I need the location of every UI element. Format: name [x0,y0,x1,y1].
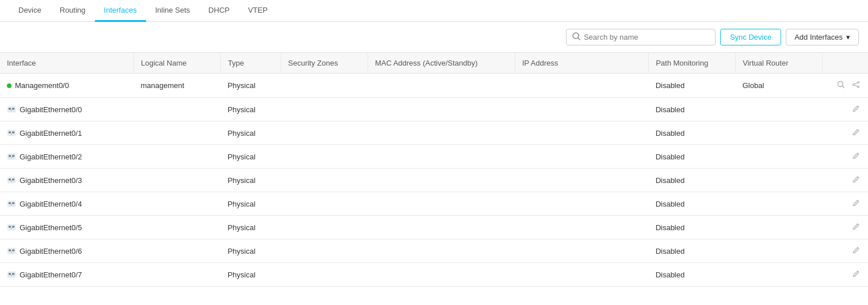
svg-rect-30 [9,226,11,228]
tab-routing[interactable]: Routing [51,0,95,22]
table-row: GigabitEthernet0/2 Physical Disabled [0,145,868,169]
cell-ip [515,145,649,169]
cell-ip [515,192,649,216]
cell-path: Disabled [649,98,736,121]
edit-action-icon[interactable] [851,222,861,233]
svg-point-5 [858,86,859,88]
cell-actions [823,263,868,287]
cell-security [281,192,368,216]
cell-mac [368,239,515,263]
cell-type: Physical [221,74,281,98]
svg-rect-19 [12,155,14,157]
cell-vrouter [736,263,823,287]
cell-type: Physical [221,145,281,169]
cell-interface: GigabitEthernet0/0 [0,98,134,121]
cell-security [281,121,368,145]
cell-path: Disabled [649,121,736,145]
cell-security [281,145,368,169]
cell-ip [515,169,649,192]
svg-rect-14 [9,132,11,134]
col-header-security: Security Zones [281,53,368,74]
cell-path: Disabled [649,239,736,263]
cell-actions [823,121,868,145]
edit-action-icon[interactable] [851,174,861,186]
interface-name: GigabitEthernet0/3 [20,176,82,185]
cell-ip [515,216,649,239]
edit-action-icon[interactable] [851,127,861,139]
interface-name: GigabitEthernet0/7 [20,270,82,279]
interfaces-table: Interface Logical Name Type Security Zon… [0,52,868,287]
cell-mac [368,216,515,239]
cell-logical [134,239,221,263]
interface-icon [7,128,16,138]
cell-type: Physical [221,263,281,287]
edit-action-icon[interactable] [851,104,861,115]
cell-actions [823,192,868,216]
interface-icon [7,152,16,161]
tab-dhcp[interactable]: DHCP [199,0,239,22]
edit-action-icon[interactable] [851,198,861,209]
cell-security [281,169,368,192]
cell-logical: management [134,74,221,98]
cell-vrouter [736,145,823,169]
edit-action-icon[interactable] [851,151,861,162]
col-header-vrouter: Virtual Router [736,53,823,74]
cell-mac [368,192,515,216]
svg-rect-11 [12,108,14,110]
tab-vtep[interactable]: VTEP [239,0,277,22]
cell-ip [515,239,649,263]
cell-interface: GigabitEthernet0/1 [0,121,134,145]
svg-rect-34 [9,250,11,251]
cell-interface: GigabitEthernet0/6 [0,239,134,263]
interface-name: GigabitEthernet0/2 [20,152,82,161]
svg-line-1 [578,38,580,40]
col-header-type: Type [221,53,281,74]
cell-type: Physical [221,216,281,239]
interface-icon [7,105,16,114]
col-header-path: Path Monitoring [649,53,736,74]
interface-name: GigabitEthernet0/5 [20,223,82,232]
interface-icon [7,223,16,232]
tab-device[interactable]: Device [9,0,51,22]
search-box[interactable] [566,29,716,45]
cell-interface: GigabitEthernet0/5 [0,216,134,239]
col-header-ip: IP Address [515,53,649,74]
cell-type: Physical [221,169,281,192]
cell-security [281,216,368,239]
cell-security [281,98,368,121]
interface-icon [7,246,16,256]
interface-icon [7,270,16,279]
cell-security [281,263,368,287]
cell-logical [134,263,221,287]
table-row: GigabitEthernet0/6 Physical Disabled [0,239,868,263]
cell-security [281,74,368,98]
add-interfaces-button[interactable]: Add Interfaces ▾ [786,29,859,45]
cell-ip [515,74,649,98]
interface-name: Management0/0 [15,81,69,90]
cell-logical [134,145,221,169]
col-header-logical: Logical Name [134,53,221,74]
edit-action-icon[interactable] [851,245,861,257]
svg-rect-31 [12,226,14,228]
table-row: GigabitEthernet0/5 Physical Disabled [0,216,868,239]
svg-rect-23 [12,179,14,181]
edit-action-icon[interactable] [851,269,861,280]
search-icon [572,32,580,42]
cell-path: Disabled [649,192,736,216]
search-action-icon[interactable] [836,79,846,92]
svg-rect-15 [12,132,14,134]
search-input[interactable] [584,33,709,41]
cell-ip [515,263,649,287]
share-action-icon[interactable] [851,79,861,92]
table-row: GigabitEthernet0/1 Physical Disabled [0,121,868,145]
sync-device-button[interactable]: Sync Device [720,29,781,45]
svg-point-4 [858,82,859,83]
cell-ip [515,121,649,145]
add-interfaces-label: Add Interfaces [794,33,843,41]
cell-type: Physical [221,98,281,121]
cell-mac [368,121,515,145]
cell-logical [134,192,221,216]
tab-inline-sets[interactable]: Inline Sets [146,0,200,22]
tab-interfaces[interactable]: Interfaces [95,0,146,22]
cell-mac [368,169,515,192]
